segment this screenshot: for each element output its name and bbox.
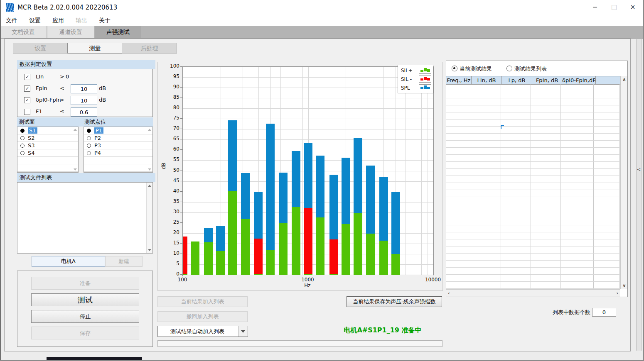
radio-icon[interactable] [20, 151, 25, 155]
table-row[interactable] [446, 282, 620, 289]
table-row[interactable] [446, 261, 620, 268]
minimize-button[interactable]: − [585, 0, 605, 14]
tab-文档设置[interactable]: 文档设置 [0, 26, 47, 38]
radio-icon[interactable] [87, 144, 91, 148]
table-row[interactable] [446, 162, 620, 169]
table-row[interactable] [446, 246, 620, 254]
table-row[interactable] [446, 254, 620, 261]
surface-item-row[interactable]: S4 [17, 149, 78, 157]
undo-add-button[interactable]: 撤回加入列表 [157, 311, 248, 322]
rule-checkbox[interactable]: ✓ [24, 74, 30, 80]
action-button-停止[interactable]: 停止 [31, 310, 139, 323]
surface-item-row[interactable] [17, 164, 78, 172]
action-button-准备[interactable]: 准备 [31, 277, 139, 290]
file-list-scrollbar[interactable] [146, 183, 152, 253]
table-row[interactable] [446, 268, 620, 275]
table-row[interactable] [446, 105, 620, 112]
close-button[interactable]: × [623, 0, 642, 14]
scroll-right-icon[interactable]: › [616, 290, 618, 296]
new-button[interactable]: 新建 [105, 256, 143, 267]
surface-item-row[interactable]: S2 [17, 134, 78, 142]
point-item-row[interactable] [84, 164, 152, 172]
table-row[interactable] [446, 98, 620, 105]
table-row[interactable] [446, 176, 620, 183]
table-row[interactable] [446, 275, 620, 282]
table-row[interactable] [446, 225, 620, 232]
scroll-up-icon[interactable] [148, 129, 151, 131]
save-residual-index-button[interactable]: 当前结果保存为声压-残余声强指数 [347, 296, 442, 307]
motor-a-button[interactable]: 电机A [32, 256, 105, 267]
radio-selected-icon[interactable] [87, 129, 91, 133]
radio-icon[interactable] [87, 151, 91, 155]
table-vertical-scrollbar[interactable]: ∧ ∨ [620, 76, 627, 289]
surface-item-row[interactable]: S3 [17, 142, 78, 149]
menu-item-应用[interactable]: 应用 [47, 15, 70, 26]
menu-item-关于[interactable]: 关于 [93, 15, 116, 26]
rule-checkbox[interactable]: ✓ [24, 85, 30, 92]
point-item-row[interactable] [84, 157, 152, 164]
maximize-button[interactable]: □ [605, 0, 624, 14]
table-row[interactable] [446, 169, 620, 176]
table-horizontal-scrollbar[interactable]: ‹ › [446, 289, 620, 297]
surface-listbox[interactable]: S1S2S3S4 [17, 127, 79, 173]
table-row[interactable] [446, 155, 620, 162]
add-result-button[interactable]: 当前结果加入列表 [157, 296, 248, 307]
scroll-up-icon[interactable] [74, 129, 77, 131]
point-item-row[interactable]: P4 [84, 149, 152, 157]
count-input[interactable] [592, 308, 616, 317]
scroll-down-icon[interactable] [148, 168, 151, 171]
table-row[interactable] [446, 190, 620, 197]
table-row[interactable] [446, 112, 620, 120]
table-row[interactable] [446, 84, 620, 91]
scroll-down-icon[interactable] [74, 168, 77, 171]
scroll-down-icon[interactable]: ∨ [622, 283, 626, 288]
rule-value-input[interactable] [71, 84, 97, 93]
menu-item-设置[interactable]: 设置 [23, 15, 47, 26]
table-row[interactable] [446, 204, 620, 211]
radio-icon[interactable] [87, 136, 91, 140]
subtab-后处理[interactable]: 后处理 [122, 43, 177, 54]
table-row[interactable] [446, 232, 620, 239]
table-row[interactable] [446, 218, 620, 225]
subtab-设置[interactable]: 设置 [13, 43, 68, 54]
table-row[interactable] [446, 127, 620, 134]
chevron-down-icon[interactable] [238, 326, 248, 337]
radio-icon[interactable] [20, 144, 25, 148]
table-row[interactable] [446, 239, 620, 246]
table-row[interactable] [446, 91, 620, 98]
rule-value-input[interactable] [71, 107, 97, 117]
scroll-down-icon[interactable] [148, 249, 151, 251]
table-row[interactable] [446, 148, 620, 155]
point-item-row[interactable]: P3 [84, 142, 152, 149]
radio-icon[interactable] [20, 136, 25, 140]
tab-通道设置[interactable]: 通道设置 [47, 26, 94, 38]
subtab-测量[interactable]: 测量 [67, 43, 123, 54]
tab-声强测试[interactable]: 声强测试 [95, 26, 141, 38]
test-file-list[interactable] [17, 182, 153, 254]
menu-item-文件[interactable]: 文件 [0, 15, 23, 26]
table-row[interactable] [446, 197, 620, 204]
scroll-up-icon[interactable] [148, 185, 151, 187]
table-row[interactable] [446, 141, 620, 148]
rule-checkbox[interactable]: ✓ [24, 97, 30, 103]
collapse-panel-icon[interactable]: < [637, 167, 641, 172]
result-list-radio[interactable] [506, 66, 512, 71]
surface-item-row[interactable] [17, 157, 78, 164]
results-table-body[interactable] [446, 84, 620, 289]
action-button-保存[interactable]: 保存 [31, 327, 139, 339]
point-item-row[interactable]: P1 [84, 127, 152, 134]
point-listbox[interactable]: P1P2P3P4 [84, 127, 153, 173]
point-item-row[interactable]: P2 [84, 134, 152, 142]
action-button-测试[interactable]: 测试 [31, 293, 139, 306]
menu-item-输出[interactable]: 输出 [70, 15, 93, 26]
current-result-radio[interactable] [452, 66, 457, 71]
table-row[interactable] [446, 211, 620, 218]
table-row[interactable] [446, 120, 620, 127]
scroll-left-icon[interactable]: ‹ [448, 290, 450, 296]
surface-item-row[interactable]: S1 [17, 127, 78, 134]
scroll-up-icon[interactable]: ∧ [622, 77, 626, 82]
table-row[interactable] [446, 134, 620, 141]
table-row[interactable] [446, 183, 620, 190]
auto-add-dropdown[interactable]: 测试结果自动加入列表 [157, 326, 248, 337]
rule-checkbox[interactable] [24, 109, 30, 115]
